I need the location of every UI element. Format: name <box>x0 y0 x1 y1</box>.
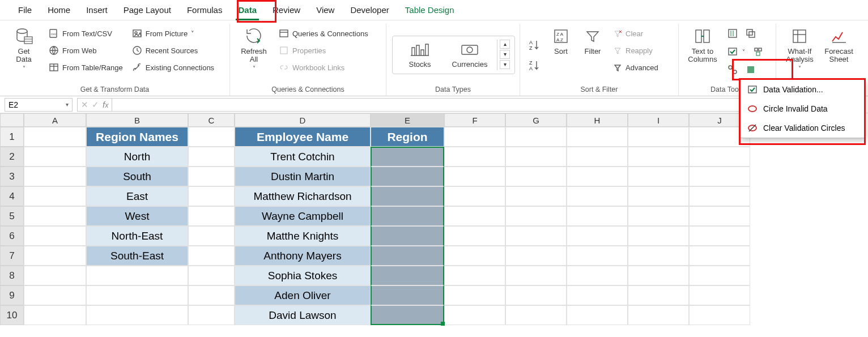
queries-connections-button[interactable]: Queries & Connections <box>276 26 371 41</box>
from-picture-button[interactable]: From Picture <box>130 26 216 41</box>
cell-H7[interactable] <box>567 246 628 266</box>
cell-C2[interactable] <box>188 147 235 167</box>
refresh-all-button[interactable]: Refresh All ˅ <box>236 26 272 83</box>
manage-data-model-button[interactable] <box>743 62 758 77</box>
cell-G6[interactable] <box>505 226 567 246</box>
cell-H5[interactable] <box>567 206 628 226</box>
cell-A2[interactable] <box>24 147 86 167</box>
stocks-type[interactable]: Stocks <box>397 41 442 69</box>
row-header-5[interactable]: 5 <box>0 206 24 226</box>
relationships-button[interactable] <box>725 62 740 77</box>
row-header-4[interactable]: 4 <box>0 186 24 206</box>
cell-B7[interactable]: South-East <box>86 246 188 266</box>
cell-H6[interactable] <box>567 226 628 246</box>
cell-A6[interactable] <box>24 226 86 246</box>
cell-I10[interactable] <box>628 305 689 325</box>
cell-D6[interactable]: Matthe Knights <box>235 226 371 246</box>
cell-D4[interactable]: Matthew Richardson <box>235 186 371 206</box>
cell-A5[interactable] <box>24 206 86 226</box>
cell-I5[interactable] <box>628 206 689 226</box>
col-header-C[interactable]: C <box>188 113 235 127</box>
col-header-D[interactable]: D <box>235 113 371 127</box>
cell-B8[interactable] <box>86 266 188 285</box>
cell-E1[interactable]: Region <box>371 127 444 147</box>
cell-H8[interactable] <box>567 266 628 285</box>
cell-I2[interactable] <box>628 147 689 167</box>
gallery-up-icon[interactable]: ▴ <box>500 40 510 49</box>
tab-view[interactable]: View <box>308 0 342 20</box>
row-header-9[interactable]: 9 <box>0 285 24 305</box>
recent-sources-button[interactable]: Recent Sources <box>130 43 216 58</box>
cell-A8[interactable] <box>24 266 86 285</box>
cell-D1[interactable]: Employee Name <box>235 127 371 147</box>
sort-az-button[interactable]: AZ <box>526 37 543 52</box>
row-header-7[interactable]: 7 <box>0 246 24 266</box>
cell-F4[interactable] <box>444 186 505 206</box>
cell-D3[interactable]: Dustin Martin <box>235 167 371 186</box>
cell-G2[interactable] <box>505 147 567 167</box>
cell-I4[interactable] <box>628 186 689 206</box>
cell-F3[interactable] <box>444 167 505 186</box>
tab-review[interactable]: Review <box>265 0 308 20</box>
cell-C4[interactable] <box>188 186 235 206</box>
sort-button[interactable]: Z AA Z Sort <box>547 26 575 83</box>
cell-A1[interactable] <box>24 127 86 147</box>
row-header-10[interactable]: 10 <box>0 305 24 325</box>
from-text-csv-button[interactable]: csv From Text/CSV <box>46 26 125 41</box>
cell-E2[interactable] <box>371 147 444 167</box>
cell-D5[interactable]: Wayne Campbell <box>235 206 371 226</box>
cell-J5[interactable] <box>689 206 750 226</box>
cell-A4[interactable] <box>24 186 86 206</box>
cell-J2[interactable] <box>689 147 750 167</box>
cell-J8[interactable] <box>689 266 750 285</box>
cell-F7[interactable] <box>444 246 505 266</box>
cell-E5[interactable] <box>371 206 444 226</box>
cell-J9[interactable] <box>689 285 750 305</box>
tab-page-layout[interactable]: Page Layout <box>116 0 179 20</box>
cell-H9[interactable] <box>567 285 628 305</box>
menu-data-validation[interactable]: Data Validation... <box>741 80 864 99</box>
row-header-3[interactable]: 3 <box>0 167 24 186</box>
cell-I9[interactable] <box>628 285 689 305</box>
select-all-corner[interactable] <box>0 113 24 127</box>
cell-C8[interactable] <box>188 266 235 285</box>
cell-F1[interactable] <box>444 127 505 147</box>
cell-B9[interactable] <box>86 285 188 305</box>
data-validation-button[interactable]: ˅ <box>725 44 747 59</box>
cell-G8[interactable] <box>505 266 567 285</box>
cell-E8[interactable] <box>371 266 444 285</box>
tab-insert[interactable]: Insert <box>78 0 116 20</box>
data-types-gallery[interactable]: Stocks Currencies ▴ ▾ ▾ <box>392 36 515 74</box>
cell-B6[interactable]: North-East <box>86 226 188 246</box>
cell-A10[interactable] <box>24 305 86 325</box>
sort-za-button[interactable]: ZA <box>526 58 543 72</box>
cell-I3[interactable] <box>628 167 689 186</box>
row-header-2[interactable]: 2 <box>0 147 24 167</box>
flash-fill-button[interactable] <box>725 26 740 41</box>
menu-clear-circles[interactable]: Clear Validation Circles <box>741 118 864 138</box>
cell-F6[interactable] <box>444 226 505 246</box>
cell-B10[interactable] <box>86 305 188 325</box>
col-header-B[interactable]: B <box>86 113 188 127</box>
gallery-more-icon[interactable]: ▾ <box>500 60 510 69</box>
cell-E7[interactable] <box>371 246 444 266</box>
cell-B4[interactable]: East <box>86 186 188 206</box>
currencies-type[interactable]: Currencies <box>447 41 492 69</box>
cell-E4[interactable] <box>371 186 444 206</box>
cell-I6[interactable] <box>628 226 689 246</box>
cell-C1[interactable] <box>188 127 235 147</box>
cell-J6[interactable] <box>689 226 750 246</box>
cell-F2[interactable] <box>444 147 505 167</box>
cell-F10[interactable] <box>444 305 505 325</box>
menu-circle-invalid[interactable]: Circle Invalid Data <box>741 99 864 118</box>
consolidate-button[interactable] <box>751 44 765 59</box>
cell-F8[interactable] <box>444 266 505 285</box>
cell-J7[interactable] <box>689 246 750 266</box>
cell-H1[interactable] <box>567 127 628 147</box>
cell-I7[interactable] <box>628 246 689 266</box>
from-web-button[interactable]: From Web <box>46 43 125 58</box>
cell-B2[interactable]: North <box>86 147 188 167</box>
cell-A9[interactable] <box>24 285 86 305</box>
gallery-down-icon[interactable]: ▾ <box>500 50 510 59</box>
cell-H3[interactable] <box>567 167 628 186</box>
